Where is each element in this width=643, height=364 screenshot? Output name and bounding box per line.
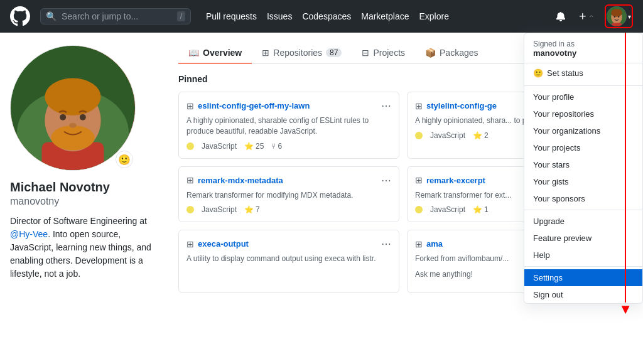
stars-1: ⭐ 2 bbox=[473, 131, 489, 140]
user-menu-button[interactable]: ▾ bbox=[605, 4, 633, 28]
avatar-wrapper: ▼ bbox=[605, 4, 633, 28]
bio-company-link[interactable]: @Hy-Vee bbox=[10, 229, 48, 239]
pin-card-title-5: ⊞ ama bbox=[415, 239, 443, 249]
nav-marketplace[interactable]: Marketplace bbox=[361, 11, 409, 21]
search-placeholder: Search or jump to... bbox=[62, 11, 172, 21]
main-header: 🔍 Search or jump to... / Pull requests I… bbox=[0, 0, 643, 33]
profile-bio: Director of Software Engineering at @Hy-… bbox=[10, 215, 153, 281]
header-right: ▼ bbox=[553, 4, 633, 28]
repo-icon-5: ⊞ bbox=[415, 239, 423, 249]
repo-icon-3: ⊞ bbox=[415, 175, 423, 185]
pin-card-title-3: ⊞ remark-excerpt bbox=[415, 175, 485, 185]
svg-point-12 bbox=[51, 126, 94, 151]
svg-point-15 bbox=[69, 123, 77, 128]
nav-explore[interactable]: Explore bbox=[419, 11, 449, 21]
tab-projects[interactable]: ⊟ Projects bbox=[352, 43, 415, 64]
pin-card-meta-0: JavaScript ⭐ 25 ⑂ 6 bbox=[186, 142, 391, 151]
nav-codespaces[interactable]: Codespaces bbox=[302, 11, 351, 21]
github-logo[interactable] bbox=[10, 6, 30, 26]
pin-card-options-4[interactable]: ⋯ bbox=[381, 238, 391, 250]
svg-point-4 bbox=[618, 16, 619, 18]
projects-label: Projects bbox=[373, 48, 405, 58]
pin-card-link-3[interactable]: remark-excerpt bbox=[426, 176, 485, 185]
notification-button[interactable] bbox=[553, 9, 568, 24]
repo-tab-icon: ⊞ bbox=[262, 48, 269, 58]
pin-card-2: ⊞ remark-mdx-metadata ⋯ Remark transform… bbox=[178, 166, 399, 223]
stars-2: ⭐ 7 bbox=[244, 205, 260, 214]
search-kbd: / bbox=[177, 11, 185, 21]
pin-card-title-2: ⊞ remark-mdx-metadata bbox=[186, 175, 283, 185]
pin-card-title-0: ⊞ eslint-config-get-off-my-lawn bbox=[186, 101, 310, 111]
lang-dot-2 bbox=[186, 206, 194, 213]
pin-card-desc-4: A utility to display command output usin… bbox=[186, 254, 391, 264]
pin-card-header-2: ⊞ remark-mdx-metadata ⋯ bbox=[186, 174, 391, 186]
pin-card-link-2[interactable]: remark-mdx-metadata bbox=[198, 176, 283, 185]
emoji-reaction-button[interactable]: 🙂 bbox=[116, 151, 133, 168]
tab-overview[interactable]: 📖 Overview bbox=[178, 43, 252, 64]
repo-icon-1: ⊞ bbox=[415, 101, 423, 111]
forks-0: ⑂ 6 bbox=[271, 142, 282, 151]
lang-dot-0 bbox=[186, 142, 194, 150]
svg-point-3 bbox=[614, 16, 615, 18]
red-arrow-indicator: ▼ bbox=[619, 33, 632, 318]
nav-pull-requests[interactable]: Pull requests bbox=[206, 11, 257, 21]
overview-label: Overview bbox=[203, 48, 242, 58]
tab-packages[interactable]: 📦 Packages bbox=[415, 43, 488, 64]
repo-icon-0: ⊞ bbox=[186, 101, 194, 111]
tab-repositories[interactable]: ⊞ Repositories 87 bbox=[252, 43, 352, 64]
pin-card-title-1: ⊞ stylelint-config-ge bbox=[415, 101, 497, 111]
pin-card-link-5[interactable]: ama bbox=[426, 239, 443, 249]
pin-card-header-4: ⊞ execa-output ⋯ bbox=[186, 238, 391, 250]
set-status-label: Set status bbox=[547, 68, 583, 78]
pin-card-desc-2: Remark transformer for modifying MDX met… bbox=[186, 190, 391, 201]
stars-0: ⭐ 25 bbox=[244, 142, 264, 151]
repo-icon-4: ⊞ bbox=[186, 239, 194, 249]
lang-label-0: JavaScript bbox=[202, 142, 237, 151]
emoji-status-icon: 🙂 bbox=[533, 68, 543, 78]
svg-point-14 bbox=[80, 114, 86, 120]
overview-icon: 📖 bbox=[188, 48, 199, 58]
svg-point-13 bbox=[60, 114, 66, 120]
pin-card-4: ⊞ execa-output ⋯ A utility to display co… bbox=[178, 230, 399, 293]
svg-rect-5 bbox=[612, 23, 622, 26]
pin-card-options-0[interactable]: ⋯ bbox=[381, 100, 391, 112]
profile-username: manovotny bbox=[10, 196, 153, 207]
profile-avatar-wrap: 🙂 bbox=[10, 45, 136, 171]
plus-button[interactable] bbox=[576, 9, 597, 23]
profile-full-name: Michael Novotny bbox=[10, 180, 153, 195]
packages-label: Packages bbox=[440, 48, 478, 58]
repositories-label: Repositories bbox=[273, 48, 322, 58]
nav-issues[interactable]: Issues bbox=[267, 11, 292, 21]
dropdown-caret-icon: ▾ bbox=[628, 13, 631, 20]
pin-card-title-4: ⊞ execa-output bbox=[186, 239, 249, 249]
search-icon: 🔍 bbox=[46, 11, 57, 21]
pin-card-0: ⊞ eslint-config-get-off-my-lawn ⋯ A high… bbox=[178, 92, 399, 159]
lang-label-2: JavaScript bbox=[202, 205, 237, 214]
pin-card-desc-0: A highly opinionated, sharable config of… bbox=[186, 115, 391, 137]
profile-sidebar: 🙂 Michael Novotny manovotny Director of … bbox=[0, 33, 163, 364]
lang-label-3: JavaScript bbox=[430, 205, 465, 214]
repo-icon-2: ⊞ bbox=[186, 175, 194, 185]
pin-card-link-4[interactable]: execa-output bbox=[198, 239, 249, 249]
lang-dot-3 bbox=[415, 206, 423, 213]
pin-card-link-1[interactable]: stylelint-config-ge bbox=[426, 101, 497, 110]
red-arrow-down: ▼ bbox=[619, 301, 632, 318]
package-tab-icon: 📦 bbox=[425, 48, 436, 58]
svg-point-2 bbox=[611, 9, 622, 17]
pin-card-header-0: ⊞ eslint-config-get-off-my-lawn ⋯ bbox=[186, 100, 391, 112]
search-bar[interactable]: 🔍 Search or jump to... / bbox=[40, 8, 191, 24]
red-arrow-line bbox=[625, 33, 626, 302]
profile-avatar bbox=[10, 45, 136, 171]
lang-dot-1 bbox=[415, 132, 423, 139]
pin-card-options-2[interactable]: ⋯ bbox=[381, 174, 391, 186]
pin-card-link-0[interactable]: eslint-config-get-off-my-lawn bbox=[198, 101, 310, 110]
project-tab-icon: ⊟ bbox=[362, 48, 369, 58]
lang-label-1: JavaScript bbox=[430, 131, 465, 140]
user-avatar bbox=[607, 6, 627, 26]
pin-card-meta-2: JavaScript ⭐ 7 bbox=[186, 205, 391, 214]
main-nav: Pull requests Issues Codespaces Marketpl… bbox=[206, 11, 449, 21]
svg-point-11 bbox=[45, 78, 100, 115]
stars-3: ⭐ 1 bbox=[473, 205, 489, 214]
repositories-count: 87 bbox=[326, 48, 342, 57]
